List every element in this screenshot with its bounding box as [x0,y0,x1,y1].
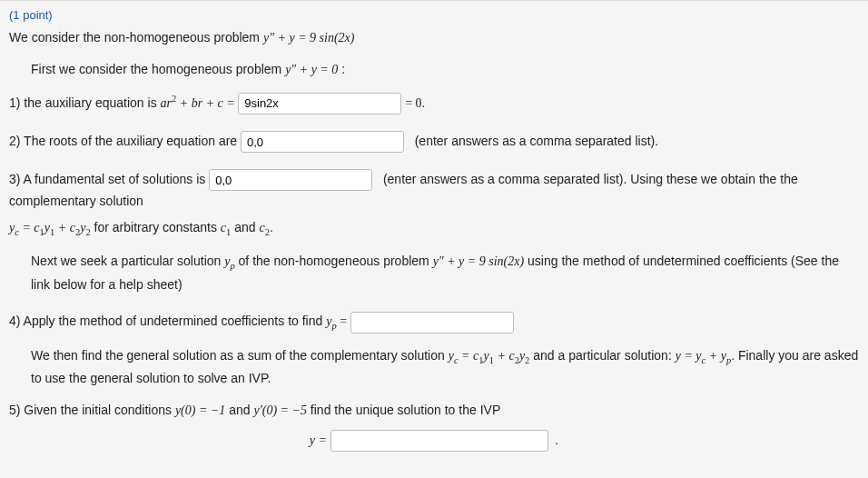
q3-input[interactable] [209,169,372,191]
q5-input[interactable] [330,430,548,452]
q1-label: 1) the auxiliary equation is [9,95,161,109]
t: and [231,220,259,234]
t: y′(0) = −5 [253,403,307,417]
points-label: (1 point) [9,8,859,22]
first-equation: y″ + y = 0 [285,63,338,76]
t: . [270,220,273,234]
q1-rhs: = 0 [405,95,421,109]
t: y = y [676,349,702,363]
q1-lhs: ar [161,95,172,109]
t: y(0) = −1 [175,403,225,417]
t: + c [54,221,75,234]
q1-line: 1) the auxiliary equation is ar2 + br + … [9,92,859,115]
problem-container: (1 point) We consider the non-homogeneou… [0,0,868,478]
intro-prefix: We consider the non-homogeneous problem [9,30,263,45]
t: We then find the general solution as a s… [31,348,449,363]
q3-line2: yc = c1y1 + c2y2 for arbitrary constants… [9,217,859,241]
q5-ylabel: y = [310,433,330,447]
q2-hint: (enter answers as a comma separated list… [415,134,658,148]
t: 5) Given the initial conditions [9,403,175,417]
first-suffix: : [338,62,345,76]
t: find the unique solution to the IVP [307,403,500,417]
q2-label: 2) The roots of the auxiliary equation a… [9,134,241,148]
q3-label: 3) A fundamental set of solutions is [9,172,209,186]
q1-mid: + br + c = [176,95,238,109]
t: for arbitrary constants [91,220,221,234]
gensol-line: We then find the general solution as a s… [31,345,859,389]
q2-line: 2) The roots of the auxiliary equation a… [9,131,859,153]
t: = c [459,349,479,363]
q2-input[interactable] [241,131,404,153]
intro-equation: y″ + y = 9 sin(2x) [263,31,355,45]
q4-line: 4) Apply the method of undetermined coef… [9,311,859,334]
q1-input[interactable] [238,93,401,115]
first-prefix: First we consider the homogeneous proble… [31,62,285,76]
first-line: First we consider the homogeneous proble… [31,59,859,80]
t: and [225,403,253,417]
q4-input[interactable] [350,312,514,334]
q4-label: 4) Apply the method of undetermined coef… [9,314,326,328]
t: y″ + y = 9 sin(2x) [433,254,525,268]
q3-line1: 3) A fundamental set of solutions is (en… [9,169,859,212]
q5-answer-row: y = . [9,430,859,452]
next-line: Next we seek a particular solution yp of… [31,251,859,294]
t: = [337,314,350,328]
t: Next we seek a particular solution [31,254,224,268]
q5-line: 5) Given the initial conditions y(0) = −… [9,400,859,421]
t: + y [705,349,726,363]
t: of the non-homogeneous problem [235,254,433,268]
t: = c [19,221,40,234]
intro-line: We consider the non-homogeneous problem … [9,27,859,48]
t: and a particular solution: [529,348,675,363]
t: + c [494,349,515,363]
